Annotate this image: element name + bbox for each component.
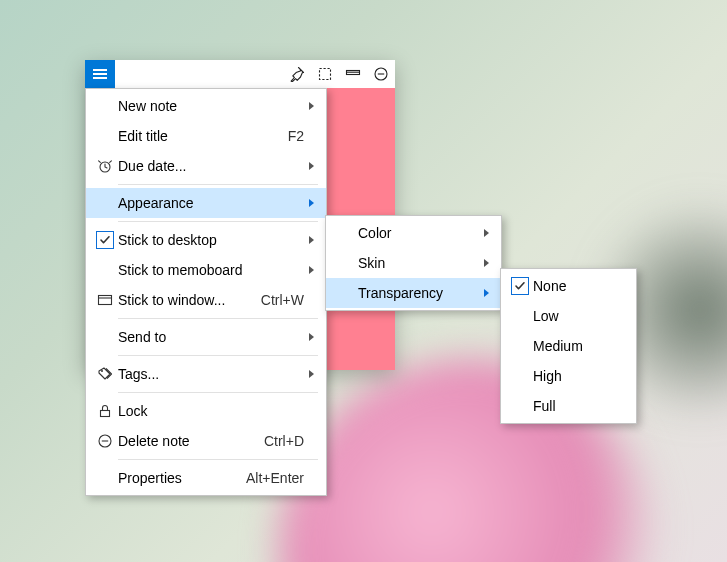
- menu-item-label: Send to: [118, 329, 294, 345]
- submenu-arrow-icon: [484, 259, 489, 267]
- menu-separator: [118, 355, 318, 356]
- submenu-arrow-icon: [309, 333, 314, 341]
- menu-item-due-date[interactable]: Due date...: [86, 151, 326, 181]
- menu-item-transparency-medium[interactable]: Medium: [501, 331, 636, 361]
- lock-icon: [97, 403, 113, 419]
- menu-item-label: Transparency: [358, 285, 479, 301]
- menu-item-delete-note[interactable]: Delete note Ctrl+D: [86, 426, 326, 456]
- menu-item-label: None: [533, 278, 628, 294]
- menu-item-properties[interactable]: Properties Alt+Enter: [86, 463, 326, 493]
- delete-icon: [97, 433, 113, 449]
- menu-item-label: Low: [533, 308, 628, 324]
- selection-icon: [317, 66, 333, 82]
- checkbox-checked-icon: [96, 231, 114, 249]
- menu-item-transparency-low[interactable]: Low: [501, 301, 636, 331]
- menu-item-label: High: [533, 368, 628, 384]
- submenu-arrow-icon: [309, 199, 314, 207]
- minimize-icon: [345, 66, 361, 82]
- pin-button[interactable]: [283, 60, 311, 88]
- menu-button[interactable]: [85, 60, 115, 88]
- menu-item-shortcut: Alt+Enter: [236, 470, 304, 486]
- svg-rect-6: [99, 296, 112, 305]
- menu-item-edit-title[interactable]: Edit title F2: [86, 121, 326, 151]
- more-button[interactable]: [367, 60, 395, 88]
- svg-point-8: [101, 370, 103, 372]
- menu-item-label: Delete note: [118, 433, 254, 449]
- menu-item-label: Skin: [358, 255, 479, 271]
- menu-item-label: Stick to desktop: [118, 232, 294, 248]
- menu-item-label: Color: [358, 225, 479, 241]
- menu-item-label: Edit title: [118, 128, 278, 144]
- submenu-appearance: Color Skin Transparency: [325, 215, 502, 311]
- submenu-arrow-icon: [309, 102, 314, 110]
- menu-item-send-to[interactable]: Send to: [86, 322, 326, 352]
- submenu-arrow-icon: [309, 236, 314, 244]
- menu-item-transparency-full[interactable]: Full: [501, 391, 636, 421]
- menu-item-shortcut: Ctrl+W: [251, 292, 304, 308]
- menu-item-transparency-high[interactable]: High: [501, 361, 636, 391]
- menu-item-label: Due date...: [118, 158, 294, 174]
- menu-item-label: Stick to memoboard: [118, 262, 294, 278]
- menu-item-label: Stick to window...: [118, 292, 251, 308]
- menu-item-stick-window[interactable]: Stick to window... Ctrl+W: [86, 285, 326, 315]
- submenu-transparency: None Low Medium High Full: [500, 268, 637, 424]
- menu-separator: [118, 392, 318, 393]
- menu-item-shortcut: Ctrl+D: [254, 433, 304, 449]
- menu-separator: [118, 459, 318, 460]
- hamburger-icon: [93, 69, 107, 79]
- pin-icon: [289, 66, 305, 82]
- menu-item-lock[interactable]: Lock: [86, 396, 326, 426]
- menu-separator: [118, 221, 318, 222]
- menu-item-skin[interactable]: Skin: [326, 248, 501, 278]
- menu-item-label: Lock: [118, 403, 294, 419]
- submenu-arrow-icon: [484, 229, 489, 237]
- menu-item-transparency-none[interactable]: None: [501, 271, 636, 301]
- submenu-arrow-icon: [309, 370, 314, 378]
- menu-item-transparency[interactable]: Transparency: [326, 278, 501, 308]
- menu-item-color[interactable]: Color: [326, 218, 501, 248]
- minus-circle-icon: [373, 66, 389, 82]
- menu-item-appearance[interactable]: Appearance: [86, 188, 326, 218]
- window-icon: [97, 292, 113, 308]
- menu-item-label: Medium: [533, 338, 628, 354]
- menu-separator: [118, 318, 318, 319]
- submenu-arrow-icon: [309, 266, 314, 274]
- menu-item-stick-memoboard[interactable]: Stick to memoboard: [86, 255, 326, 285]
- svg-rect-9: [101, 411, 110, 417]
- menu-item-label: Full: [533, 398, 628, 414]
- clock-icon: [97, 158, 113, 174]
- menu-item-shortcut: F2: [278, 128, 304, 144]
- svg-rect-0: [320, 69, 331, 80]
- selection-button[interactable]: [311, 60, 339, 88]
- menu-item-label: Properties: [118, 470, 236, 486]
- menu-item-new-note[interactable]: New note: [86, 91, 326, 121]
- submenu-arrow-icon: [484, 289, 489, 297]
- checkbox-checked-icon: [511, 277, 529, 295]
- menu-item-tags[interactable]: Tags...: [86, 359, 326, 389]
- menu-separator: [118, 184, 318, 185]
- menu-item-label: Tags...: [118, 366, 294, 382]
- menu-item-label: Appearance: [118, 195, 294, 211]
- note-toolbar: [85, 60, 395, 88]
- menu-item-stick-desktop[interactable]: Stick to desktop: [86, 225, 326, 255]
- menu-item-label: New note: [118, 98, 294, 114]
- submenu-arrow-icon: [309, 162, 314, 170]
- minimize-button[interactable]: [339, 60, 367, 88]
- tags-icon: [97, 366, 113, 382]
- context-menu: New note Edit title F2 Due date... Appea…: [85, 88, 327, 496]
